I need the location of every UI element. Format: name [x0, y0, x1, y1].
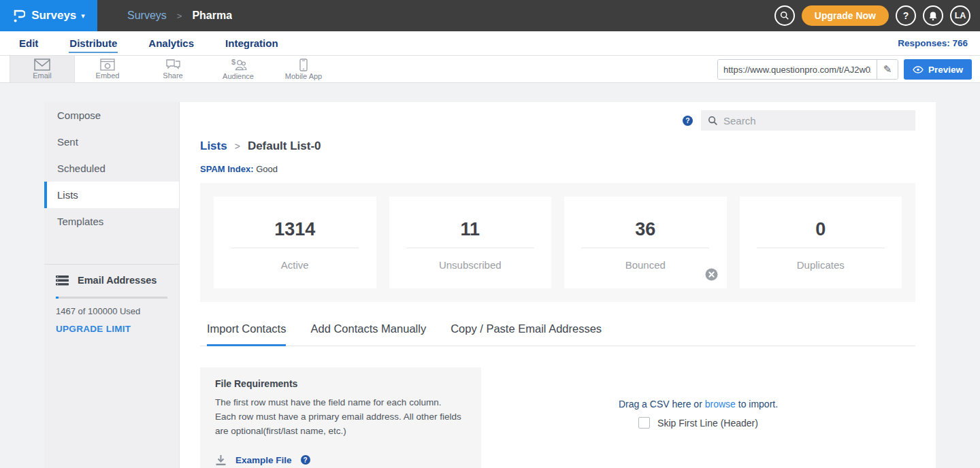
- chevron-right-icon: >: [177, 11, 182, 21]
- breadcrumb-current-survey: Pharma: [192, 10, 232, 22]
- drag-text-before: Drag a CSV here or: [619, 399, 702, 410]
- csv-drop-zone[interactable]: Drag a CSV here or browse to import. Ski…: [481, 367, 915, 468]
- email-usage-text: 1467 of 100000 Used: [56, 306, 167, 316]
- top-bar: Surveys ▾ Surveys > Pharma Upgrade Now ?…: [0, 0, 980, 31]
- file-requirements-body: The first row must have the field name f…: [215, 396, 461, 439]
- preview-label: Preview: [928, 65, 963, 75]
- drag-csv-text: Drag a CSV here or browse to import.: [619, 399, 778, 410]
- stat-value: 11: [460, 219, 480, 240]
- current-list-name: Default List-0: [248, 139, 321, 153]
- stat-value: 0: [815, 219, 826, 240]
- edit-url-button[interactable]: ✎: [877, 60, 898, 79]
- email-addresses-panel: Email Addresses 1467 of 100000 Used UPGR…: [44, 265, 179, 334]
- file-requirements-title: File Requirements: [215, 378, 466, 389]
- tab-add-contacts-manually[interactable]: Add Contacts Manually: [310, 322, 426, 346]
- search-icon: [708, 116, 718, 126]
- list-breadcrumb: Lists > Default List-0: [200, 139, 915, 153]
- lists-breadcrumb-link[interactable]: Lists: [200, 139, 227, 153]
- avatar[interactable]: LA: [950, 5, 970, 26]
- sidebar-item-templates[interactable]: Templates: [44, 208, 179, 235]
- embed-window-icon: [100, 58, 115, 71]
- tab-analytics[interactable]: Analytics: [148, 33, 195, 53]
- tab-import-contacts[interactable]: Import Contacts: [207, 322, 286, 346]
- clear-circle-icon[interactable]: [705, 268, 718, 281]
- sidebar-item-label: Templates: [57, 216, 103, 227]
- responses-count[interactable]: Responses: 766: [898, 38, 968, 48]
- bell-icon[interactable]: [923, 5, 943, 26]
- stat-label: Bounced: [625, 259, 666, 271]
- stat-label: Unsubscribed: [439, 259, 502, 271]
- toolbar-item-label: Email: [33, 71, 52, 80]
- stat-card-active[interactable]: 1314 Active: [214, 197, 376, 288]
- preview-button[interactable]: Preview: [904, 59, 972, 80]
- share-bubbles-icon: [165, 58, 181, 71]
- stat-separator: [231, 248, 359, 248]
- sidebar-item-scheduled[interactable]: Scheduled: [44, 155, 179, 182]
- survey-nav-tabs: Edit Distribute Analytics Integration: [18, 33, 279, 53]
- skip-first-line-checkbox[interactable]: [638, 417, 650, 429]
- survey-nav-row: Edit Distribute Analytics Integration Re…: [0, 31, 980, 55]
- import-contacts-section: File Requirements The first row must hav…: [200, 367, 915, 468]
- distribute-toolbar: Email Embed Share $ Audience Mobile App …: [0, 55, 980, 83]
- list-stats-panel: 1314 Active 11 Unsubscribed 36 Bounced 0: [200, 183, 915, 302]
- pencil-icon: ✎: [883, 63, 892, 76]
- stat-label: Active: [281, 259, 309, 271]
- file-requirements-box: File Requirements The first row must hav…: [200, 367, 481, 468]
- survey-url-wrap: ✎: [717, 59, 898, 80]
- toolbar-item-label: Mobile App: [285, 72, 322, 80]
- upgrade-limit-link[interactable]: UPGRADE LIMIT: [56, 324, 167, 334]
- questionpro-logo-icon: [12, 7, 25, 24]
- search-row: ?: [200, 110, 915, 131]
- eye-icon: [913, 66, 924, 73]
- chevron-down-icon: ▾: [81, 12, 85, 20]
- survey-link-group: ✎ Preview: [717, 59, 972, 80]
- example-file-link[interactable]: Example File: [235, 455, 292, 465]
- sidebar-item-lists[interactable]: Lists: [44, 182, 179, 208]
- topbar-actions: Upgrade Now ? LA: [774, 0, 980, 31]
- search-input[interactable]: [723, 115, 909, 127]
- spam-index-value: Good: [256, 164, 278, 174]
- workspace: Compose Sent Scheduled Lists Templates E…: [44, 102, 936, 468]
- spam-index-row: SPAM Index: Good: [200, 164, 915, 174]
- tab-copy-paste-email-addresses[interactable]: Copy / Paste Email Addresses: [451, 322, 602, 346]
- survey-url-input[interactable]: [718, 60, 877, 79]
- sidebar-item-compose[interactable]: Compose: [44, 102, 179, 129]
- toolbar-item-share[interactable]: Share: [140, 56, 206, 82]
- mobile-phone-icon: [299, 58, 308, 71]
- upgrade-now-button[interactable]: Upgrade Now: [802, 5, 889, 26]
- toolbar-item-audience[interactable]: $ Audience: [206, 56, 271, 82]
- sidebar-item-label: Scheduled: [57, 163, 105, 174]
- stat-separator: [406, 248, 534, 248]
- stat-value: 36: [635, 219, 655, 240]
- product-switcher[interactable]: Surveys ▾: [0, 0, 97, 31]
- toolbar-item-email[interactable]: Email: [10, 56, 75, 82]
- toolbar-item-label: Share: [163, 71, 182, 80]
- breadcrumb-surveys-link[interactable]: Surveys: [127, 10, 167, 22]
- stat-card-unsubscribed[interactable]: 11 Unsubscribed: [389, 197, 552, 288]
- email-usage-progress-fill: [56, 297, 59, 299]
- toolbar-item-embed[interactable]: Embed: [75, 56, 140, 82]
- search-icon[interactable]: [774, 5, 795, 26]
- stat-separator: [757, 248, 885, 248]
- spam-index-label: SPAM Index:: [200, 164, 254, 174]
- stat-value: 1314: [274, 219, 315, 240]
- stat-card-bounced[interactable]: 36 Bounced: [564, 197, 727, 288]
- skip-first-line-label: Skip First Line (Header): [657, 418, 758, 429]
- contacts-tabs: Import Contacts Add Contacts Manually Co…: [200, 322, 915, 346]
- help-icon[interactable]: ?: [301, 455, 310, 465]
- tab-edit[interactable]: Edit: [18, 33, 39, 53]
- list-search-box: [701, 110, 915, 131]
- breadcrumb: Surveys > Pharma: [127, 0, 232, 31]
- help-icon[interactable]: ?: [683, 116, 693, 126]
- browse-link[interactable]: browse: [705, 399, 736, 410]
- tab-integration[interactable]: Integration: [225, 33, 279, 53]
- toolbar-item-mobile-app[interactable]: Mobile App: [271, 56, 336, 82]
- stat-card-duplicates[interactable]: 0 Duplicates: [740, 197, 902, 288]
- skip-first-line-row: Skip First Line (Header): [638, 417, 758, 429]
- sidebar-item-label: Sent: [57, 136, 78, 148]
- product-label: Surveys: [31, 9, 76, 22]
- sidebar-item-sent[interactable]: Sent: [44, 129, 179, 155]
- tab-distribute[interactable]: Distribute: [69, 33, 118, 53]
- help-icon[interactable]: ?: [896, 5, 916, 26]
- lists-main-panel: ? Lists > Default List-0 SPAM Index: Goo…: [180, 102, 936, 468]
